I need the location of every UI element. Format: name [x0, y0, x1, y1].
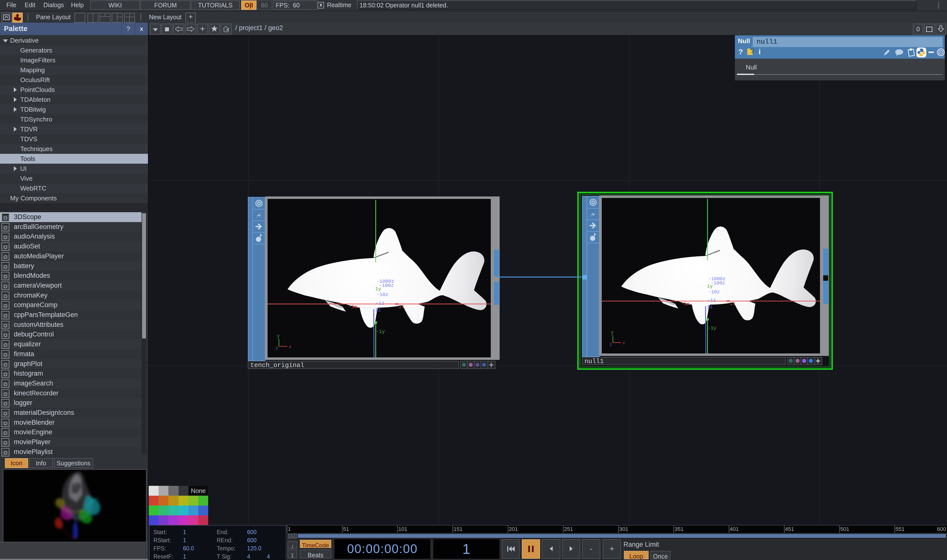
- svg-text:1x: 1x: [398, 304, 404, 309]
- svg-text:z: z: [276, 346, 278, 351]
- svg-text:-1x: -1x: [349, 304, 357, 309]
- svg-text:-1y: -1y: [708, 326, 716, 331]
- svg-text:z: z: [610, 342, 612, 347]
- svg-text:-10z: -10z: [708, 289, 720, 295]
- svg-text:y: y: [611, 330, 614, 335]
- svg-text:-1z: -1z: [707, 298, 716, 303]
- svg-text:1z: 1z: [375, 307, 381, 313]
- svg-text:-10z: -10z: [377, 292, 388, 297]
- svg-text:x: x: [622, 341, 625, 346]
- svg-text:1z: 1z: [707, 305, 713, 310]
- svg-text:x: x: [289, 344, 291, 349]
- svg-text:1y: 1y: [375, 286, 381, 292]
- svg-text:1y: 1y: [707, 284, 713, 289]
- svg-text:-1x: -1x: [681, 301, 690, 307]
- svg-text:y: y: [277, 334, 280, 338]
- svg-text:-1z: -1z: [376, 300, 385, 306]
- svg-text:-1y: -1y: [376, 329, 385, 334]
- svg-text:1x: 1x: [730, 301, 735, 307]
